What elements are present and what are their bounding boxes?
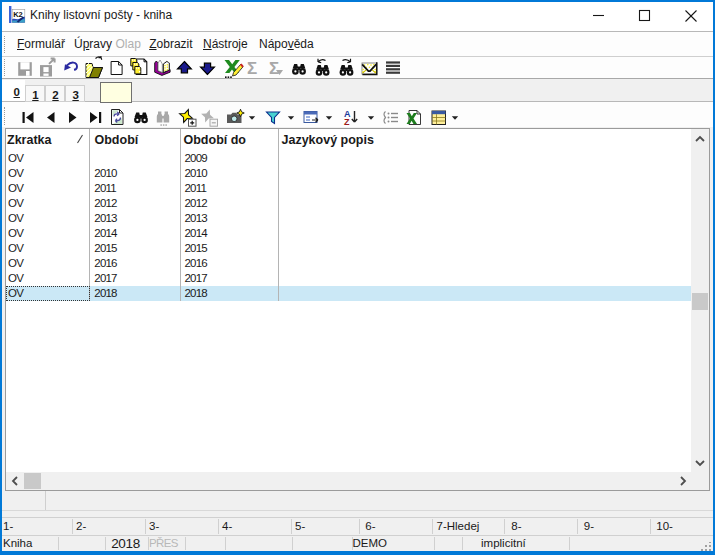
svg-text:Z: Z <box>344 117 350 127</box>
svg-text:Σ: Σ <box>247 59 257 78</box>
svg-text:Σ: Σ <box>269 59 279 78</box>
